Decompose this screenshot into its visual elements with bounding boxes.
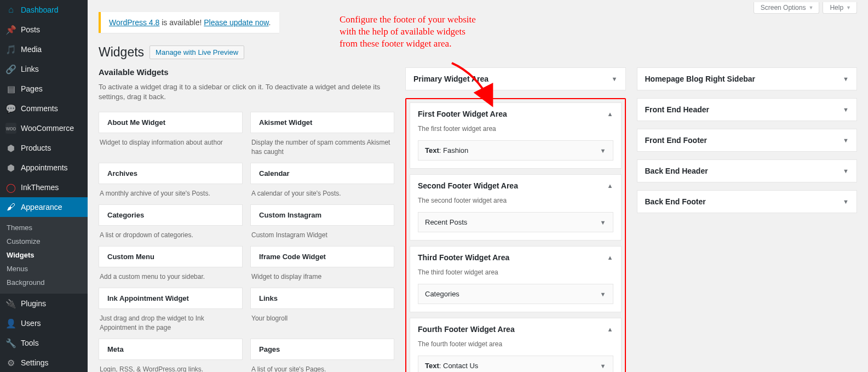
widget-area-header[interactable]: Back End Footer▼ [637,191,857,213]
sidebar-item-inkthemes[interactable]: ◯InkThemes [0,178,88,197]
available-widget-desc: Login, RSS, & WordPress.org links. [99,360,243,372]
sidebar-item-links[interactable]: 🔗Links [0,59,88,79]
available-widget-handle[interactable]: Iframe Code Widget [250,246,394,267]
sidebar-item-label: Products [21,144,82,152]
sidebar-item-settings[interactable]: ⚙Settings [0,353,88,372]
available-widget-handle[interactable]: Meta [99,339,243,360]
appointments-icon: ⬢ [5,162,16,173]
manage-live-preview-button[interactable]: Manage with Live Preview [150,45,244,59]
caret-down-icon: ▼ [600,219,606,226]
widget-area-desc: The fourth footer widget area [418,340,613,348]
available-widget-desc: A list or dropdown of categories. [99,226,243,239]
tools-icon: 🔧 [5,337,16,348]
sidebar-item-pages[interactable]: ▤Pages [0,79,88,99]
widget-area-header[interactable]: Second Footer Widget Area▲ [410,175,621,197]
sidebar-item-comments[interactable]: 💬Comments [0,99,88,118]
woo-icon: woo [5,123,16,134]
other-widget-areas-column: Homepage Blog Right Sidebar▼Front End He… [637,67,858,221]
appearance-icon: 🖌 [5,202,16,213]
available-widget-desc: Widget to display iframe [250,267,394,281]
sidebar-item-products[interactable]: ⬢Products [0,138,88,158]
available-widget: About Me WidgetWidget to display informa… [99,112,243,156]
footer-widget-area: Fourth Footer Widget Area▲The fourth foo… [410,318,622,372]
widget-area[interactable]: Front End Footer▼ [637,129,858,152]
widget-area[interactable]: Back End Header▼ [637,159,858,182]
available-widget-handle[interactable]: Links [250,288,394,309]
sidebar-item-media[interactable]: 🎵Media [0,39,88,59]
available-widget-handle[interactable]: Custom Menu [99,246,243,267]
appearance-sub-background[interactable]: Background [0,276,88,289]
appearance-sub-customize[interactable]: Customize [0,234,88,248]
placed-widget[interactable]: Recent Posts▼ [418,212,613,232]
sidebar-item-label: InkThemes [21,183,82,192]
plugins-icon: 🔌 [5,298,16,309]
placed-widget[interactable]: Text: Fashion▼ [418,140,613,161]
widget-area-header[interactable]: Back End Header▼ [637,160,857,182]
wp-version-link[interactable]: WordPress 4.8 [109,18,159,27]
help-toggle[interactable]: Help ▼ [823,2,857,14]
sidebar-item-plugins[interactable]: 🔌Plugins [0,294,88,313]
sidebar-item-users[interactable]: 👤Users [0,313,88,333]
caret-down-icon: ▼ [612,76,618,82]
sidebar-item-posts[interactable]: 📌Posts [0,20,88,39]
comments-icon: 💬 [5,103,16,114]
sidebar-item-appointments[interactable]: ⬢Appointments [0,158,88,178]
widget-area-header[interactable]: Homepage Blog Right Sidebar▼ [637,68,857,90]
caret-up-icon: ▲ [607,254,613,261]
update-now-link[interactable]: Please update now [204,18,268,27]
caret-down-icon: ▼ [843,198,849,205]
widget-area-header[interactable]: Front End Header▼ [637,99,857,121]
screen-options-toggle[interactable]: Screen Options ▼ [754,2,820,14]
inkthemes-icon: ◯ [5,182,16,193]
available-widget: PagesA list of your site's Pages. [250,339,394,372]
widget-area[interactable]: Homepage Blog Right Sidebar▼ [637,67,858,90]
available-widget: Iframe Code WidgetWidget to display ifra… [250,246,394,281]
available-widget-handle[interactable]: Akismet Widget [250,112,394,133]
sidebar-item-tools[interactable]: 🔧Tools [0,333,88,353]
available-widget-handle[interactable]: Custom Instagram [250,204,394,226]
widget-area-header[interactable]: Front End Footer▼ [637,129,857,151]
widget-area[interactable]: Front End Header▼ [637,98,858,121]
available-widget-desc: A list of your site's Pages. [250,360,394,372]
placed-widget[interactable]: Categories▼ [418,284,613,304]
sidebar-item-label: Tools [21,339,82,347]
available-widget-desc: Just drag and drop the widget to Ink App… [99,309,243,331]
placed-widget-label: Recent Posts [425,218,467,226]
main-content: WordPress 4.8 is available! Please updat… [88,0,868,372]
available-widgets-column: Available Widgets To activate a widget d… [99,67,394,372]
widget-area-header[interactable]: Third Footer Widget Area▲ [410,247,621,268]
available-widget: Akismet WidgetDisplay the number of spam… [250,112,394,156]
primary-widget-area[interactable]: Primary Widget Area ▼ [405,67,626,90]
widget-area-header[interactable]: Fourth Footer Widget Area▲ [410,318,621,340]
link-icon: 🔗 [5,64,16,75]
sidebar-item-label: Plugins [21,299,82,308]
sidebar-item-appearance[interactable]: 🖌Appearance [0,197,88,217]
available-widget: LinksYour blogroll [250,288,394,331]
caret-down-icon: ▼ [600,147,606,154]
sidebar-item-dashboard[interactable]: ⌂Dashboard [0,0,88,20]
available-widget-handle[interactable]: Ink Appointment Widget [99,288,243,309]
appearance-sub-themes[interactable]: Themes [0,221,88,234]
caret-down-icon: ▼ [843,168,849,174]
available-widget-handle[interactable]: Pages [250,339,394,360]
footer-widget-area: Second Footer Widget Area▲The second foo… [410,174,622,241]
placed-widget[interactable]: Text: Contact Us▼ [418,356,613,372]
appearance-sub-menus[interactable]: Menus [0,262,88,276]
sidebar-item-label: Pages [21,84,82,93]
sidebar-item-woocommerce[interactable]: wooWooCommerce [0,118,88,138]
available-widget-desc: A monthly archive of your site's Posts. [99,184,243,198]
available-widget: Custom MenuAdd a custom menu to your sid… [99,246,243,281]
widget-area[interactable]: Back End Footer▼ [637,190,858,213]
appearance-submenu: ThemesCustomizeWidgetsMenusBackground [0,217,88,294]
sidebar-item-label: Links [21,65,82,73]
appearance-sub-widgets[interactable]: Widgets [0,248,88,262]
available-widget-handle[interactable]: Categories [99,204,243,226]
caret-down-icon: ▼ [843,137,849,144]
pin-icon: 📌 [5,24,16,35]
available-widget-handle[interactable]: Archives [99,163,243,184]
available-widget-handle[interactable]: Calendar [250,163,394,184]
available-widget: CalendarA calendar of your site's Posts. [250,163,394,198]
caret-down-icon: ▼ [600,291,606,297]
available-widget-handle[interactable]: About Me Widget [99,112,243,133]
widget-area-header[interactable]: First Footer Widget Area▲ [410,103,621,125]
